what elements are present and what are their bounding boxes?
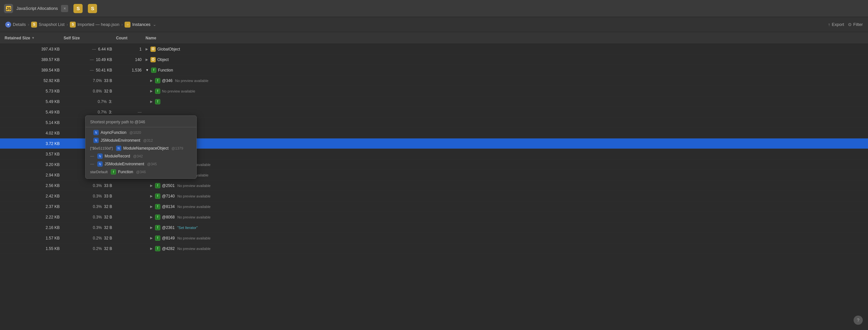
tooltip-type-icon: N (116, 146, 121, 151)
type-icon: f (155, 193, 160, 199)
col-retained-size[interactable]: Retained Size ▼ (3, 36, 62, 40)
expand-icon[interactable]: ▶ (150, 205, 153, 208)
tooltip-header: Shortest property path to @346 (86, 118, 196, 127)
expand-icon[interactable]: ▶ (150, 215, 153, 219)
breadcrumb-instances[interactable]: ○ Instances ⌄ (125, 22, 156, 28)
tooltip-type-icon: N (93, 130, 99, 135)
breadcrumb-snapshot-list[interactable]: S Snapshot List (31, 22, 65, 28)
app-title: JavaScript Allocations (17, 6, 58, 11)
details-icon: ● (5, 22, 11, 28)
instances-icon: ○ (125, 22, 130, 28)
tooltip-row: — N ModuleRecord @342 (86, 152, 196, 160)
expand-icon[interactable]: ▶ (150, 247, 153, 250)
chevron-down-icon: ⌄ (153, 22, 156, 27)
table-row[interactable]: 389.57 KB — 10.49 KB 140 ▶ O Object (0, 55, 868, 65)
col-name: Name (144, 36, 865, 40)
filter-icon: ⊙ (848, 22, 851, 27)
export-button[interactable]: ↑ Export (828, 22, 844, 27)
breadcrumb-details-label: Details (13, 22, 26, 27)
svg-text:JS: JS (6, 6, 11, 11)
table-row[interactable]: 2.37 KB 0.3% 32 B ▶ f @8134 No preview a… (0, 202, 868, 212)
tab2-icon[interactable]: S (88, 4, 97, 13)
table-row[interactable]: 5.73 KB 0.8% 32 B ▶ f No preview availab… (0, 86, 868, 96)
expand-icon[interactable]: ▶ (146, 47, 148, 51)
type-icon: f (155, 99, 160, 104)
type-icon: f (155, 204, 160, 209)
type-icon: O (151, 47, 156, 52)
breadcrumb-instances-label: Instances (132, 22, 151, 27)
tooltip-type-icon: f (111, 169, 116, 175)
expand-icon[interactable]: ▶ (150, 100, 153, 103)
sort-arrow: ▼ (31, 36, 35, 40)
breadcrumb-bar: ● Details › S Snapshot List › S Imported… (0, 17, 868, 32)
table-row[interactable]: 1.57 KB 0.2% 32 B ▶ f @8149 No preview a… (0, 233, 868, 243)
table-row[interactable]: 389.54 KB — 50.41 KB 1,536 ▼ f Function (0, 65, 868, 76)
expand-icon[interactable]: ▶ (150, 89, 153, 93)
export-label: Export (832, 22, 844, 27)
expand-icon[interactable]: ▼ (146, 68, 149, 72)
type-icon: f (155, 78, 160, 83)
col-count[interactable]: Count (114, 36, 144, 40)
type-icon: O (151, 57, 156, 62)
type-icon: f (155, 246, 160, 251)
expand-icon[interactable]: ▶ (150, 236, 153, 240)
expand-icon[interactable]: ▶ (146, 58, 148, 61)
tooltip-popup: Shortest property path to @346 N AsyncFu… (85, 116, 197, 179)
type-icon: f (155, 225, 160, 230)
app-logo: JS (4, 4, 13, 13)
table-row[interactable]: 5.49 KB 0.7% 3: ▶ f (0, 96, 868, 107)
tooltip-row: ["$6e51150d"] N ModuleNamespaceObject @1… (86, 144, 196, 152)
tooltip-row: starDefault f Function @346 (86, 168, 196, 176)
export-icon: ↑ (828, 22, 830, 27)
table-row[interactable]: 2.56 KB 0.3% 33 B ▶ f @2501 No preview a… (0, 180, 868, 191)
table-header: Retained Size ▼ Self Size Count Name (0, 32, 868, 44)
snapshot-list-icon: S (31, 22, 37, 28)
table-body: 397.43 KB — 6.44 KB 1 ▶ O GlobalObject 3… (0, 44, 868, 254)
imported-icon: S (70, 22, 76, 28)
table-row[interactable]: 52.92 KB 7.0% 33 B ▶ f @346 No preview a… (0, 76, 868, 86)
tooltip-row: — N JSModuleEnvironment @345 (86, 160, 196, 168)
breadcrumb-details[interactable]: ● Details (5, 22, 26, 28)
breadcrumb-snapshot-list-label: Snapshot List (39, 22, 65, 27)
tooltip-row: N JSModuleEnvironment @312 (86, 137, 196, 144)
expand-icon[interactable]: ▶ (150, 194, 153, 198)
col-self-size[interactable]: Self Size (62, 36, 114, 40)
type-icon: f (151, 67, 156, 73)
filter-label: Filter (853, 22, 863, 27)
tooltip-type-icon: N (93, 138, 99, 143)
breadcrumb-sep-2: › (66, 22, 68, 27)
breadcrumb-sep-3: › (121, 22, 123, 27)
expand-icon[interactable]: ▶ (150, 226, 153, 229)
type-icon: f (155, 236, 160, 241)
table-row[interactable]: 2.42 KB 0.3% 33 B ▶ f @7140 No preview a… (0, 191, 868, 202)
breadcrumb-imported[interactable]: S Imported — heap.json (70, 22, 119, 28)
tab1-icon[interactable]: S (73, 4, 83, 13)
type-icon: f (155, 183, 160, 188)
type-icon: f (155, 214, 160, 220)
table-row[interactable]: 2.22 KB 0.3% 32 B ▶ f @8068 No preview a… (0, 212, 868, 222)
expand-icon[interactable]: ▶ (150, 79, 153, 82)
breadcrumb-imported-label: Imported — heap.json (78, 22, 119, 27)
tooltip-type-icon: N (97, 153, 102, 159)
type-icon: f (155, 89, 160, 94)
tooltip-type-icon: N (97, 161, 102, 167)
titlebar: JS JavaScript Allocations × S S (0, 0, 868, 17)
breadcrumb-sep-1: › (28, 22, 29, 27)
table-row[interactable]: 1.55 KB 0.2% 32 B ▶ f @4282 No preview a… (0, 243, 868, 254)
table-row[interactable]: 397.43 KB — 6.44 KB 1 ▶ O GlobalObject (0, 44, 868, 55)
toolbar-actions: ↑ Export ⊙ Filter (828, 22, 863, 27)
close-button[interactable]: × (61, 5, 68, 12)
filter-button[interactable]: ⊙ Filter (848, 22, 863, 27)
help-button[interactable]: ? (854, 316, 863, 325)
expand-icon[interactable]: ▶ (150, 184, 153, 187)
tooltip-row: N AsyncFunction @1020 (86, 128, 196, 137)
table-row[interactable]: 2.16 KB 0.3% 32 B ▶ f @2361 "Set Iterato… (0, 222, 868, 233)
